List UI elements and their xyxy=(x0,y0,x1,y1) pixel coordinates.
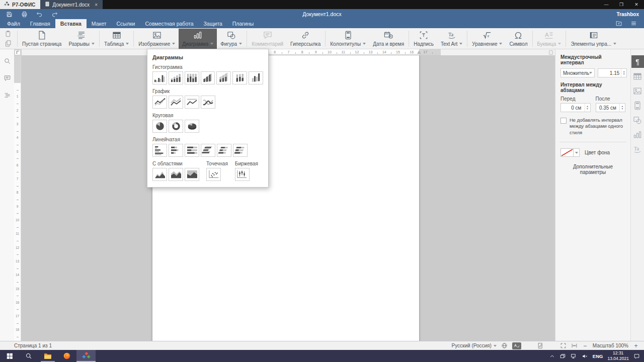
chart-type-line-smooth[interactable] xyxy=(201,96,215,109)
toolbar-button-blank-page[interactable]: Пустая страница xyxy=(19,29,65,49)
spacing-before-spinner[interactable]: ▲▼ xyxy=(560,103,591,112)
fit-page-icon[interactable] xyxy=(560,342,567,349)
spinner-arrows[interactable]: ▲▼ xyxy=(585,104,590,112)
menu-tab-Файл[interactable]: Файл xyxy=(2,19,25,28)
chart-type-col-stacked[interactable] xyxy=(169,71,183,84)
textart-settings-icon[interactable]: Ta xyxy=(631,143,644,155)
menu-tab-Вставка[interactable]: Вставка xyxy=(55,19,87,28)
open-file-location-icon[interactable] xyxy=(615,20,622,28)
chart-type-col-clustered[interactable] xyxy=(152,71,167,84)
zoom-in-button[interactable]: + xyxy=(633,342,639,349)
chart-type-line-stacked[interactable] xyxy=(169,96,183,109)
print-button[interactable] xyxy=(18,10,31,19)
background-color-swatch[interactable] xyxy=(560,148,574,157)
chart-type-line-pstacked[interactable] xyxy=(185,96,199,109)
toolbar-button-header-footer[interactable]: Колонтитулы xyxy=(327,29,369,49)
toolbar-button-datetime[interactable]: Дата и время xyxy=(369,29,408,49)
navigation-icon[interactable] xyxy=(3,90,12,100)
collapse-toolbar-icon[interactable] xyxy=(630,20,637,28)
taskbar-firefox-button[interactable] xyxy=(57,350,76,362)
chart-type-area[interactable] xyxy=(152,168,167,181)
chart-type-col3d[interactable] xyxy=(249,71,263,84)
network-icon[interactable] xyxy=(571,353,577,359)
chart-type-bar3d-pstacked[interactable] xyxy=(233,144,248,157)
table-settings-icon[interactable] xyxy=(631,70,644,82)
save-button[interactable] xyxy=(3,10,16,19)
toolbar-button-textbox[interactable]: Надпись xyxy=(410,29,437,49)
keyboard-language[interactable]: ENG xyxy=(593,353,603,359)
document-language-icon[interactable] xyxy=(501,342,508,349)
taskbar-explorer-button[interactable] xyxy=(38,350,57,362)
chart-type-bar3d-clustered[interactable] xyxy=(201,144,215,157)
menu-tab-Ссылки[interactable]: Ссылки xyxy=(111,19,140,28)
redo-button[interactable] xyxy=(48,10,61,19)
spell-check-toggle[interactable] xyxy=(512,342,521,349)
toolbar-button-symbol[interactable]: Символ xyxy=(506,29,531,49)
toolbar-button-textart[interactable]: TaText Art xyxy=(437,29,466,49)
vertical-ruler[interactable]: 12345678910111213141516171819 xyxy=(14,49,21,341)
fit-width-icon[interactable] xyxy=(571,342,578,349)
toolbar-button-breaks[interactable]: Разрывы xyxy=(65,29,98,49)
spinner-arrows[interactable]: ▲▼ xyxy=(621,69,626,77)
toolbar-button-equation[interactable]: xУравнение xyxy=(468,29,506,49)
shape-settings-icon[interactable] xyxy=(631,114,644,126)
chart-type-col3d-pstacked[interactable] xyxy=(232,71,247,84)
chart-type-bar-clustered[interactable] xyxy=(152,144,167,157)
right-indent-marker[interactable] xyxy=(417,50,421,54)
same-style-checkbox[interactable] xyxy=(560,118,567,124)
line-spacing-spinner[interactable]: ▲▼ xyxy=(598,68,627,77)
toolbar-button-hyperlink[interactable]: Гиперссылка xyxy=(287,29,324,49)
chart-type-line-markers[interactable] xyxy=(152,96,167,109)
tab-stop-selector[interactable] xyxy=(15,50,21,55)
chart-type-bar-stacked[interactable] xyxy=(169,144,183,157)
toolbar-button-shape[interactable]: Фигура xyxy=(217,29,246,49)
toolbar-button-chart[interactable]: Диаграмма xyxy=(179,29,217,49)
chart-type-col3d-clustered[interactable] xyxy=(201,71,215,84)
spinner-arrows[interactable]: ▲▼ xyxy=(619,104,625,112)
header-footer-settings-icon[interactable] xyxy=(631,99,644,112)
spacing-before-input[interactable] xyxy=(561,104,583,112)
paragraph-settings-icon[interactable]: ¶ xyxy=(631,55,644,68)
chart-type-area-pstacked[interactable] xyxy=(185,168,199,181)
chart-type-scatter[interactable] xyxy=(206,168,221,181)
chart-type-bar-pstacked[interactable] xyxy=(185,144,199,157)
line-spacing-value-input[interactable] xyxy=(598,69,621,77)
action-center-icon[interactable] xyxy=(633,353,640,359)
vertical-scrollbar[interactable] xyxy=(549,50,553,55)
spacing-after-spinner[interactable]: ▲▼ xyxy=(596,103,626,112)
taskbar-r7office-button[interactable] xyxy=(76,350,96,362)
tab-close-icon[interactable]: × xyxy=(95,2,98,8)
menu-tab-Макет[interactable]: Макет xyxy=(87,19,112,28)
image-settings-icon[interactable] xyxy=(631,84,644,97)
zoom-out-button[interactable]: − xyxy=(582,342,588,349)
chart-type-stock[interactable] xyxy=(235,168,250,181)
toolbar-button-table[interactable]: Таблица xyxy=(101,29,132,49)
start-button[interactable] xyxy=(0,350,19,362)
undo-button[interactable] xyxy=(33,10,46,19)
volume-muted-icon[interactable] xyxy=(582,353,588,359)
toolbar-button-content-controls[interactable]: Элементы упра... xyxy=(567,29,620,49)
tablet-mode-icon[interactable] xyxy=(559,353,566,359)
comments-icon[interactable] xyxy=(3,73,12,82)
chevron-down-icon[interactable] xyxy=(574,148,580,157)
taskbar-search-icon[interactable] xyxy=(19,350,38,362)
line-spacing-select[interactable]: Множитель xyxy=(560,68,595,77)
chart-type-doughnut[interactable] xyxy=(169,120,183,133)
menu-tab-Защита[interactable]: Защита xyxy=(199,19,227,28)
chart-type-col-pstacked[interactable] xyxy=(185,71,199,84)
menu-tab-Главная[interactable]: Главная xyxy=(25,19,55,28)
chart-settings-icon[interactable] xyxy=(631,128,644,141)
menu-tab-Плагины[interactable]: Плагины xyxy=(227,19,259,28)
restore-button[interactable]: ❐ xyxy=(614,0,629,9)
advanced-settings-link[interactable]: Дополнительные параметры xyxy=(560,164,625,175)
chart-type-col3d-stacked[interactable] xyxy=(216,71,231,84)
spacing-after-input[interactable] xyxy=(596,104,618,112)
chart-type-pie[interactable] xyxy=(152,120,167,133)
track-changes-icon[interactable] xyxy=(537,342,544,349)
menu-tab-Совместная работа[interactable]: Совместная работа xyxy=(140,19,198,28)
chart-type-bar3d-stacked[interactable] xyxy=(217,144,231,157)
minimize-button[interactable]: — xyxy=(599,0,614,9)
chart-type-pie3d[interactable] xyxy=(185,120,199,133)
search-icon[interactable] xyxy=(3,56,12,65)
show-hidden-icons-icon[interactable] xyxy=(549,353,555,359)
